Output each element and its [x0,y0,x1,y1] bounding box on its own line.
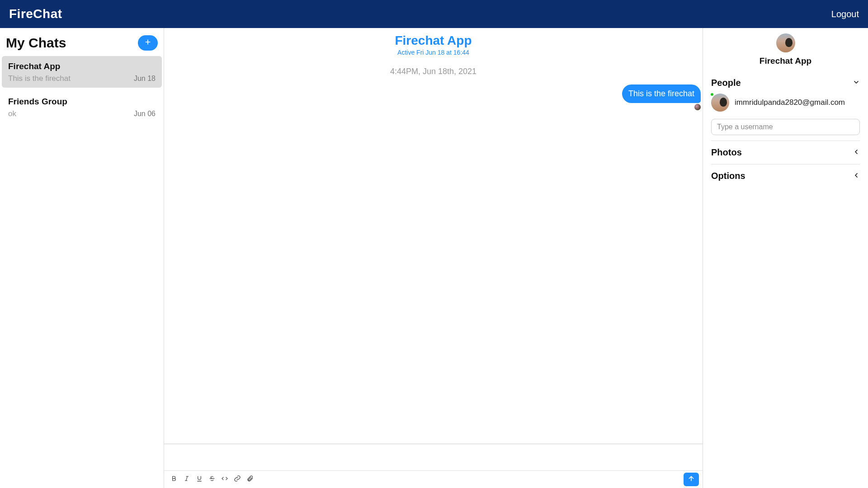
options-section: Options [711,164,860,188]
people-section-toggle[interactable]: People [711,75,860,91]
chat-title: Firechat App [164,33,703,48]
chat-item-preview: This is the firechat [8,74,71,83]
plus-icon [144,38,151,47]
add-user-input[interactable] [711,119,860,135]
chat-item-name: Firechat App [8,61,156,71]
strike-icon [208,475,216,484]
italic-button[interactable] [180,473,193,486]
chat-item-date: Jun 18 [134,75,156,83]
logout-button[interactable]: Logout [831,9,859,19]
section-title: People [711,78,741,88]
message-seen-avatar [165,104,702,110]
message-bubble: This is the firechat [622,84,701,103]
chat-item-date: Jun 06 [134,110,156,118]
sidebar-title: My Chats [6,35,66,51]
chat-activity-subtitle: Active Fri Jun 18 at 16:44 [164,49,703,56]
arrow-up-icon [688,475,695,484]
new-chat-button[interactable] [138,35,158,51]
options-section-toggle[interactable]: Options [711,168,860,184]
composer [164,444,703,488]
avatar [711,94,729,112]
paperclip-icon [246,475,254,484]
link-button[interactable] [231,473,244,486]
bold-icon [170,475,178,484]
message-row: This is the firechat [165,84,702,103]
chat-pane: Firechat App Active Fri Jun 18 at 16:44 … [164,28,703,488]
person-row[interactable]: immridulpanda2820@gmail.com [711,91,860,116]
message-input[interactable] [164,444,703,470]
person-email: immridulpanda2820@gmail.com [735,98,845,107]
details-title: Firechat App [711,56,860,66]
code-button[interactable] [218,473,231,486]
chat-item-name: Friends Group [8,97,156,107]
section-title: Photos [711,147,742,158]
chevron-down-icon [853,79,860,88]
bold-button[interactable] [168,473,180,486]
people-section: People immridulpanda2820@gmail.com [711,71,860,141]
chat-item-firechat-app[interactable]: Firechat App This is the firechat Jun 18 [2,56,162,88]
section-title: Options [711,171,745,181]
avatar-icon [694,104,701,110]
photos-section-toggle[interactable]: Photos [711,145,860,160]
topbar: FireChat Logout [0,0,868,28]
day-separator: 4:44PM, Jun 18th, 2021 [165,67,702,76]
sidebar: My Chats Firechat App This is the firech… [0,28,164,488]
send-button[interactable] [684,473,699,486]
format-toolbar [164,470,703,488]
underline-button[interactable] [193,473,206,486]
details-panel: Firechat App People immridulpanda2820@gm… [703,28,868,488]
brand-name: FireChat [9,7,62,21]
italic-icon [183,475,190,484]
attach-button[interactable] [244,473,256,486]
link-icon [234,475,241,484]
strike-button[interactable] [206,473,218,486]
chat-item-preview: ok [8,109,16,118]
underline-icon [196,475,203,484]
photos-section: Photos [711,141,860,164]
chevron-left-icon [853,172,860,181]
code-icon [221,475,228,484]
presence-online-icon [710,93,714,96]
chat-item-friends-group[interactable]: Friends Group ok Jun 06 [2,91,162,123]
chevron-left-icon [853,148,860,157]
chat-avatar [776,33,795,52]
message-list[interactable]: 4:44PM, Jun 18th, 2021 This is the firec… [164,58,703,444]
